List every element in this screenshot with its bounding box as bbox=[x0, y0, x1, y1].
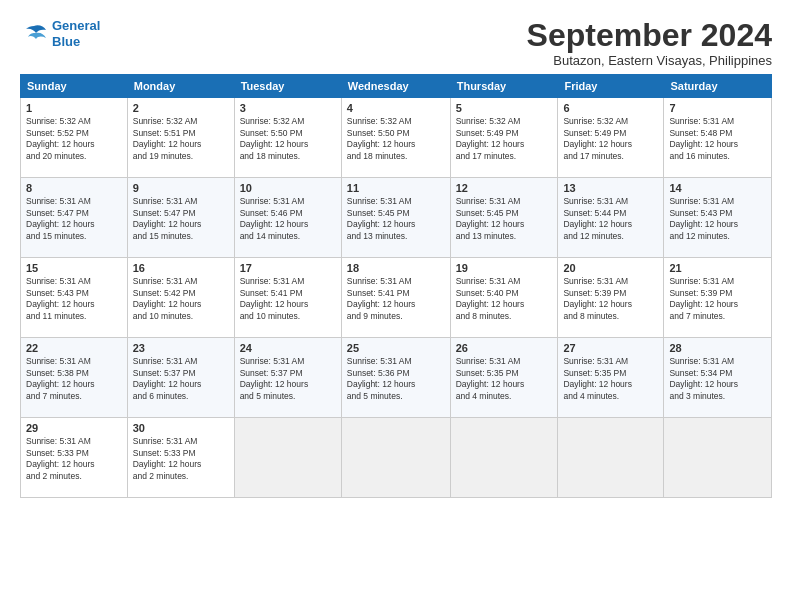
day-number: 15 bbox=[26, 262, 122, 274]
day-cell-2: 2Sunrise: 5:32 AMSunset: 5:51 PMDaylight… bbox=[127, 98, 234, 178]
day-info: Sunrise: 5:32 AMSunset: 5:49 PMDaylight:… bbox=[563, 116, 658, 162]
location: Butazon, Eastern Visayas, Philippines bbox=[527, 53, 772, 68]
day-cell-19: 19Sunrise: 5:31 AMSunset: 5:40 PMDayligh… bbox=[450, 258, 558, 338]
day-number: 4 bbox=[347, 102, 445, 114]
day-cell-9: 9Sunrise: 5:31 AMSunset: 5:47 PMDaylight… bbox=[127, 178, 234, 258]
logo: General Blue bbox=[20, 18, 100, 49]
day-info: Sunrise: 5:31 AMSunset: 5:37 PMDaylight:… bbox=[240, 356, 336, 402]
day-number: 12 bbox=[456, 182, 553, 194]
day-number: 8 bbox=[26, 182, 122, 194]
day-number: 14 bbox=[669, 182, 766, 194]
day-cell-29: 29Sunrise: 5:31 AMSunset: 5:33 PMDayligh… bbox=[21, 418, 128, 498]
day-info: Sunrise: 5:31 AMSunset: 5:48 PMDaylight:… bbox=[669, 116, 766, 162]
day-number: 20 bbox=[563, 262, 658, 274]
day-cell-18: 18Sunrise: 5:31 AMSunset: 5:41 PMDayligh… bbox=[341, 258, 450, 338]
day-number: 10 bbox=[240, 182, 336, 194]
day-number: 5 bbox=[456, 102, 553, 114]
day-info: Sunrise: 5:32 AMSunset: 5:50 PMDaylight:… bbox=[347, 116, 445, 162]
day-cell-16: 16Sunrise: 5:31 AMSunset: 5:42 PMDayligh… bbox=[127, 258, 234, 338]
day-info: Sunrise: 5:31 AMSunset: 5:35 PMDaylight:… bbox=[563, 356, 658, 402]
col-monday: Monday bbox=[127, 75, 234, 98]
week-row-5: 29Sunrise: 5:31 AMSunset: 5:33 PMDayligh… bbox=[21, 418, 772, 498]
logo-line1: General bbox=[52, 18, 100, 33]
day-number: 24 bbox=[240, 342, 336, 354]
day-number: 3 bbox=[240, 102, 336, 114]
day-cell-14: 14Sunrise: 5:31 AMSunset: 5:43 PMDayligh… bbox=[664, 178, 772, 258]
day-cell-7: 7Sunrise: 5:31 AMSunset: 5:48 PMDaylight… bbox=[664, 98, 772, 178]
day-info: Sunrise: 5:31 AMSunset: 5:39 PMDaylight:… bbox=[669, 276, 766, 322]
day-cell-6: 6Sunrise: 5:32 AMSunset: 5:49 PMDaylight… bbox=[558, 98, 664, 178]
day-number: 2 bbox=[133, 102, 229, 114]
day-number: 29 bbox=[26, 422, 122, 434]
day-info: Sunrise: 5:31 AMSunset: 5:47 PMDaylight:… bbox=[26, 196, 122, 242]
day-number: 9 bbox=[133, 182, 229, 194]
day-cell-24: 24Sunrise: 5:31 AMSunset: 5:37 PMDayligh… bbox=[234, 338, 341, 418]
day-info: Sunrise: 5:31 AMSunset: 5:41 PMDaylight:… bbox=[240, 276, 336, 322]
day-info: Sunrise: 5:31 AMSunset: 5:42 PMDaylight:… bbox=[133, 276, 229, 322]
day-number: 7 bbox=[669, 102, 766, 114]
day-number: 26 bbox=[456, 342, 553, 354]
day-number: 23 bbox=[133, 342, 229, 354]
day-info: Sunrise: 5:31 AMSunset: 5:43 PMDaylight:… bbox=[669, 196, 766, 242]
day-cell-4: 4Sunrise: 5:32 AMSunset: 5:50 PMDaylight… bbox=[341, 98, 450, 178]
day-info: Sunrise: 5:31 AMSunset: 5:33 PMDaylight:… bbox=[133, 436, 229, 482]
day-info: Sunrise: 5:31 AMSunset: 5:45 PMDaylight:… bbox=[456, 196, 553, 242]
day-info: Sunrise: 5:31 AMSunset: 5:40 PMDaylight:… bbox=[456, 276, 553, 322]
day-info: Sunrise: 5:32 AMSunset: 5:49 PMDaylight:… bbox=[456, 116, 553, 162]
day-cell-3: 3Sunrise: 5:32 AMSunset: 5:50 PMDaylight… bbox=[234, 98, 341, 178]
week-row-4: 22Sunrise: 5:31 AMSunset: 5:38 PMDayligh… bbox=[21, 338, 772, 418]
day-cell-25: 25Sunrise: 5:31 AMSunset: 5:36 PMDayligh… bbox=[341, 338, 450, 418]
day-info: Sunrise: 5:32 AMSunset: 5:50 PMDaylight:… bbox=[240, 116, 336, 162]
day-number: 28 bbox=[669, 342, 766, 354]
day-info: Sunrise: 5:32 AMSunset: 5:51 PMDaylight:… bbox=[133, 116, 229, 162]
day-info: Sunrise: 5:31 AMSunset: 5:36 PMDaylight:… bbox=[347, 356, 445, 402]
day-cell-empty bbox=[450, 418, 558, 498]
day-info: Sunrise: 5:31 AMSunset: 5:37 PMDaylight:… bbox=[133, 356, 229, 402]
day-number: 6 bbox=[563, 102, 658, 114]
day-cell-17: 17Sunrise: 5:31 AMSunset: 5:41 PMDayligh… bbox=[234, 258, 341, 338]
day-info: Sunrise: 5:31 AMSunset: 5:45 PMDaylight:… bbox=[347, 196, 445, 242]
day-cell-empty bbox=[558, 418, 664, 498]
day-number: 17 bbox=[240, 262, 336, 274]
week-row-3: 15Sunrise: 5:31 AMSunset: 5:43 PMDayligh… bbox=[21, 258, 772, 338]
day-cell-27: 27Sunrise: 5:31 AMSunset: 5:35 PMDayligh… bbox=[558, 338, 664, 418]
day-cell-empty bbox=[341, 418, 450, 498]
title-block: September 2024 Butazon, Eastern Visayas,… bbox=[527, 18, 772, 68]
day-cell-10: 10Sunrise: 5:31 AMSunset: 5:46 PMDayligh… bbox=[234, 178, 341, 258]
col-tuesday: Tuesday bbox=[234, 75, 341, 98]
day-cell-15: 15Sunrise: 5:31 AMSunset: 5:43 PMDayligh… bbox=[21, 258, 128, 338]
day-cell-12: 12Sunrise: 5:31 AMSunset: 5:45 PMDayligh… bbox=[450, 178, 558, 258]
day-cell-13: 13Sunrise: 5:31 AMSunset: 5:44 PMDayligh… bbox=[558, 178, 664, 258]
day-cell-22: 22Sunrise: 5:31 AMSunset: 5:38 PMDayligh… bbox=[21, 338, 128, 418]
day-cell-23: 23Sunrise: 5:31 AMSunset: 5:37 PMDayligh… bbox=[127, 338, 234, 418]
day-cell-5: 5Sunrise: 5:32 AMSunset: 5:49 PMDaylight… bbox=[450, 98, 558, 178]
day-info: Sunrise: 5:31 AMSunset: 5:47 PMDaylight:… bbox=[133, 196, 229, 242]
week-row-2: 8Sunrise: 5:31 AMSunset: 5:47 PMDaylight… bbox=[21, 178, 772, 258]
col-friday: Friday bbox=[558, 75, 664, 98]
logo-line2: Blue bbox=[52, 34, 80, 49]
day-info: Sunrise: 5:31 AMSunset: 5:35 PMDaylight:… bbox=[456, 356, 553, 402]
day-cell-28: 28Sunrise: 5:31 AMSunset: 5:34 PMDayligh… bbox=[664, 338, 772, 418]
col-wednesday: Wednesday bbox=[341, 75, 450, 98]
day-cell-26: 26Sunrise: 5:31 AMSunset: 5:35 PMDayligh… bbox=[450, 338, 558, 418]
calendar: Sunday Monday Tuesday Wednesday Thursday… bbox=[20, 74, 772, 498]
week-row-1: 1Sunrise: 5:32 AMSunset: 5:52 PMDaylight… bbox=[21, 98, 772, 178]
day-cell-30: 30Sunrise: 5:31 AMSunset: 5:33 PMDayligh… bbox=[127, 418, 234, 498]
day-number: 22 bbox=[26, 342, 122, 354]
col-saturday: Saturday bbox=[664, 75, 772, 98]
day-number: 18 bbox=[347, 262, 445, 274]
logo-text: General Blue bbox=[52, 18, 100, 49]
col-thursday: Thursday bbox=[450, 75, 558, 98]
day-info: Sunrise: 5:31 AMSunset: 5:41 PMDaylight:… bbox=[347, 276, 445, 322]
logo-icon bbox=[20, 22, 48, 46]
day-number: 21 bbox=[669, 262, 766, 274]
month-title: September 2024 bbox=[527, 18, 772, 53]
day-info: Sunrise: 5:31 AMSunset: 5:33 PMDaylight:… bbox=[26, 436, 122, 482]
day-cell-empty bbox=[664, 418, 772, 498]
day-number: 1 bbox=[26, 102, 122, 114]
day-info: Sunrise: 5:31 AMSunset: 5:43 PMDaylight:… bbox=[26, 276, 122, 322]
day-number: 25 bbox=[347, 342, 445, 354]
day-cell-8: 8Sunrise: 5:31 AMSunset: 5:47 PMDaylight… bbox=[21, 178, 128, 258]
day-cell-11: 11Sunrise: 5:31 AMSunset: 5:45 PMDayligh… bbox=[341, 178, 450, 258]
day-info: Sunrise: 5:31 AMSunset: 5:34 PMDaylight:… bbox=[669, 356, 766, 402]
